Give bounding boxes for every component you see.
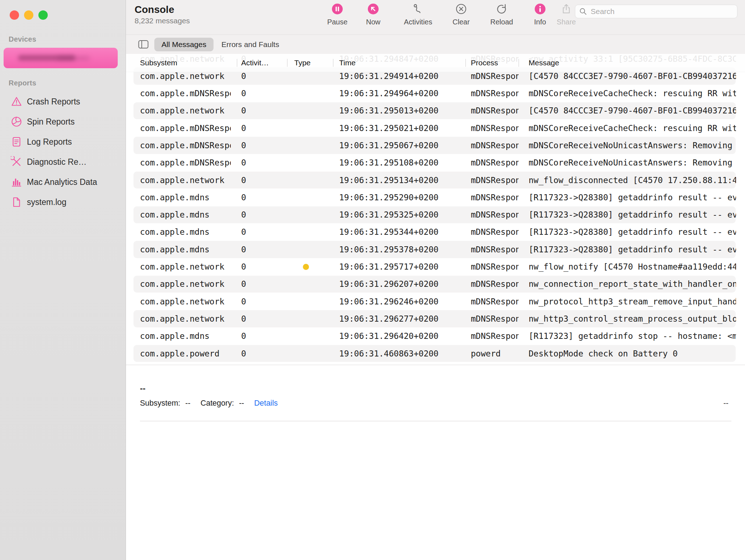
cell-subsystem: com.apple.mdns <box>140 327 231 345</box>
cell-type <box>282 85 329 102</box>
column-divider[interactable] <box>519 59 519 67</box>
search-input[interactable] <box>590 7 737 16</box>
detail-category-label: Category: <box>201 399 234 408</box>
cell-time: 19:06:31.295021+0200 <box>339 120 447 137</box>
bar-chart-icon <box>11 176 22 188</box>
window-title: Console <box>135 4 190 15</box>
detail-meta-row: Subsystem: -- Category: -- Details <box>140 399 278 408</box>
cell-activity: 0 <box>241 137 273 154</box>
cell-subsystem: com.apple.mdns <box>140 206 231 223</box>
log-row[interactable]: com.apple.powerd019:06:31.460863+0200pow… <box>126 345 745 362</box>
main-content: Console 8,232 messages PauseNowActivitie… <box>126 0 745 560</box>
reload-button[interactable]: Reload <box>482 3 521 26</box>
cell-activity: 0 <box>241 172 273 189</box>
reports-list: Crash ReportsSpin ReportsLog ReportsDiag… <box>0 92 126 212</box>
cell-process: mDNSResponder <box>471 310 519 327</box>
clear-button[interactable]: Clear <box>441 3 481 26</box>
sidebar-item-label: Crash Reports <box>27 97 80 107</box>
column-header-activit[interactable]: Activit… <box>241 54 269 72</box>
column-divider[interactable] <box>287 59 287 67</box>
sidebar-item-system-log[interactable]: system.log <box>0 192 126 212</box>
detail-subsystem-value: -- <box>185 399 190 408</box>
cell-activity: 0 <box>241 154 273 171</box>
cell-message: nw_protocol_http3_stream_remove_input_ha… <box>529 293 736 310</box>
log-row[interactable]: com.apple.network019:06:31.295013+0200mD… <box>126 102 745 119</box>
cell-activity: 0 <box>241 102 273 119</box>
activities-button[interactable]: Activities <box>398 3 438 26</box>
cell-type <box>282 189 329 206</box>
sidebar-item-mac-analytics-data[interactable]: Mac Analytics Data <box>0 172 126 192</box>
log-row[interactable]: com.apple.mdns019:06:31.295325+0200mDNSR… <box>126 206 745 223</box>
log-document-icon <box>11 136 22 148</box>
now-button[interactable]: Now <box>353 3 393 26</box>
tab-errors-and-faults[interactable]: Errors and Faults <box>214 38 286 51</box>
info-icon <box>534 3 546 15</box>
redacted-device-name-blur <box>57 56 90 60</box>
log-row[interactable]: com.apple.mDNSResponder019:06:31.295021+… <box>126 120 745 137</box>
clear-icon <box>455 3 467 15</box>
pause-button[interactable]: Pause <box>318 3 357 26</box>
cell-message: nw_http3_control_stream_process_output_b… <box>529 310 736 327</box>
column-header-process[interactable]: Process <box>471 54 498 72</box>
column-header-message[interactable]: Message <box>529 54 559 72</box>
cell-time: 19:06:31.460863+0200 <box>339 345 447 362</box>
sidebar-item-log-reports[interactable]: Log Reports <box>0 132 126 152</box>
activities-icon <box>412 3 424 15</box>
table-header: SubsystemActivit…TypeTimeProcessMessage <box>126 54 745 72</box>
cell-activity: 0 <box>241 327 273 345</box>
log-row[interactable]: com.apple.mdns019:06:31.295344+0200mDNSR… <box>126 223 745 241</box>
title-block: Console 8,232 messages <box>135 4 190 25</box>
close-button[interactable] <box>10 10 19 20</box>
details-link[interactable]: Details <box>254 399 278 408</box>
cell-type <box>282 275 329 293</box>
log-row[interactable]: com.apple.mDNSResponder019:06:31.295108+… <box>126 154 745 171</box>
log-row[interactable]: com.apple.network019:06:31.296246+0200mD… <box>126 293 745 310</box>
zoom-button[interactable] <box>38 10 48 20</box>
cell-subsystem: com.apple.network <box>140 275 231 293</box>
log-row[interactable]: com.apple.network019:06:31.295134+0200mD… <box>126 172 745 189</box>
sidebar-item-crash-reports[interactable]: Crash Reports <box>0 92 126 112</box>
log-row[interactable]: com.apple.mDNSResponder019:06:31.295067+… <box>126 137 745 154</box>
log-row[interactable]: com.apple.mdns019:06:31.295378+0200mDNSR… <box>126 241 745 258</box>
cell-message: nw_flow_disconnected [C4570 17.250.88.11… <box>529 172 736 189</box>
tab-all-messages[interactable]: All Messages <box>154 38 214 51</box>
cell-time: 19:06:31.296277+0200 <box>339 310 447 327</box>
cell-time: 19:06:31.295108+0200 <box>339 154 447 171</box>
cell-type <box>282 154 329 171</box>
cell-process: mDNSResponder <box>471 189 519 206</box>
log-row[interactable]: com.apple.network019:06:31.296277+0200mD… <box>126 310 745 327</box>
column-header-type[interactable]: Type <box>294 54 311 72</box>
share-label: Share <box>547 18 586 26</box>
column-divider[interactable] <box>333 59 333 67</box>
cell-subsystem: com.apple.network <box>140 172 231 189</box>
log-row[interactable]: com.apple.mdns019:06:31.296420+0200mDNSR… <box>126 327 745 345</box>
log-row[interactable]: com.apple.network019:06:31.295717+0200mD… <box>126 258 745 275</box>
column-divider[interactable] <box>237 59 237 67</box>
cell-time: 19:06:31.295378+0200 <box>339 241 447 258</box>
cell-subsystem: com.apple.mDNSResponder <box>140 120 231 137</box>
cell-process: mDNSResponder <box>471 206 519 223</box>
activities-label: Activities <box>398 18 438 26</box>
cell-process: mDNSResponder <box>471 137 519 154</box>
column-divider[interactable] <box>465 59 466 67</box>
log-row[interactable]: com.apple.network019:06:31.296207+0200mD… <box>126 275 745 293</box>
cell-process: mDNSResponder <box>471 120 519 137</box>
cell-subsystem: com.apple.mDNSResponder <box>140 137 231 154</box>
column-header-time[interactable]: Time <box>339 54 356 72</box>
sidebar-item-diagnostic-re-[interactable]: Diagnostic Re… <box>0 152 126 172</box>
cell-message: nw_connection_report_state_with_handler_… <box>529 275 736 293</box>
log-row[interactable]: com.apple.mDNSResponder019:06:31.294964+… <box>126 85 745 102</box>
sidebar-item-spin-reports[interactable]: Spin Reports <box>0 112 126 132</box>
search-field[interactable] <box>575 5 737 18</box>
log-table: com.apple.network019:06:31.294847+0200mD… <box>126 54 745 365</box>
log-row[interactable]: com.apple.mdns019:06:31.295290+0200mDNSR… <box>126 189 745 206</box>
sidebar-toggle-icon[interactable] <box>138 40 149 49</box>
tools-icon <box>11 156 22 168</box>
now-label: Now <box>353 18 393 26</box>
cell-subsystem: com.apple.mdns <box>140 189 231 206</box>
minimize-button[interactable] <box>24 10 33 20</box>
sidebar-item-device-selected[interactable] <box>4 48 118 68</box>
column-header-subsystem[interactable]: Subsystem <box>140 54 177 72</box>
cell-type <box>282 137 329 154</box>
cell-activity: 0 <box>241 85 273 102</box>
